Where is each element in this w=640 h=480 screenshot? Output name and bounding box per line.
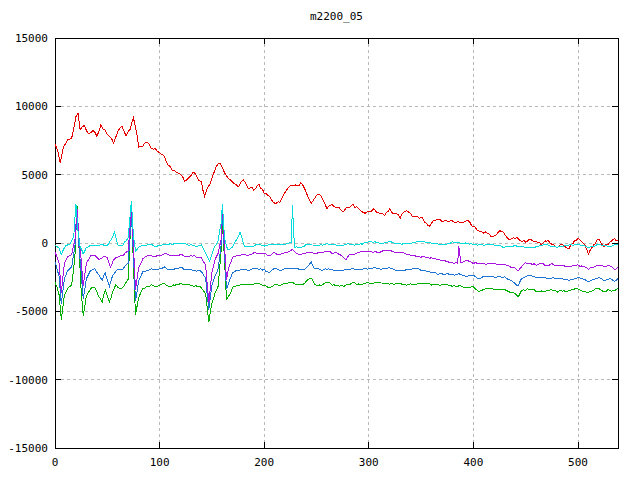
- y-tick-label: -5000: [0, 305, 48, 318]
- series-line-1: [55, 113, 618, 254]
- gnuplot-chart-window: m2200_05 -15000-10000-500005000100001500…: [0, 0, 640, 480]
- x-tick-label: 300: [339, 456, 399, 469]
- series-line-4: [55, 206, 618, 303]
- x-tick-label: 400: [443, 456, 503, 469]
- y-tick-label: 15000: [0, 32, 48, 45]
- y-tick-label: 10000: [0, 100, 48, 113]
- y-tick-label: -10000: [0, 374, 48, 387]
- y-tick-label: -15000: [0, 442, 48, 455]
- y-tick-label: 0: [0, 237, 48, 250]
- x-tick-label: 100: [130, 456, 190, 469]
- plot-canvas: [0, 0, 640, 480]
- series-line-5: [55, 201, 618, 261]
- x-tick-label: 500: [548, 456, 608, 469]
- x-tick-label: 0: [25, 456, 85, 469]
- x-tick-label: 200: [234, 456, 294, 469]
- y-tick-label: 5000: [0, 169, 48, 182]
